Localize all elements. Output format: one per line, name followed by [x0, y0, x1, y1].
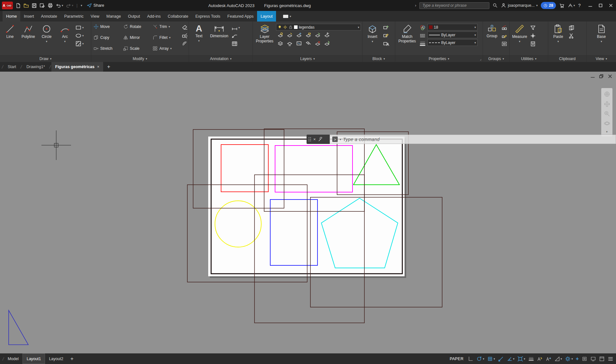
- drawing-area[interactable]: ▾ × > ▾ Type a command: [0, 72, 616, 353]
- base-button[interactable]: Base ▾: [593, 22, 610, 55]
- linear-dimension-button[interactable]: ▾: [231, 24, 241, 31]
- ribbon-tab-layout[interactable]: Layout: [257, 11, 276, 22]
- ribbon-tab-manage[interactable]: Manage: [103, 11, 124, 22]
- file-tab-start[interactable]: Start: [4, 62, 20, 72]
- ribbon-tab-featured-apps[interactable]: Featured Apps: [224, 11, 257, 22]
- layer-isolate-button[interactable]: [286, 32, 293, 39]
- search-input[interactable]: [419, 2, 489, 9]
- object-isolate-toggle[interactable]: [582, 356, 587, 362]
- file-tab-drawing1[interactable]: Drawing1*: [22, 62, 49, 72]
- erase-button[interactable]: [181, 24, 189, 31]
- command-customize-wrench-icon[interactable]: [318, 137, 323, 142]
- panel-label-properties[interactable]: Properties▾⌟: [395, 55, 483, 62]
- object-color-dropdown[interactable]: 18 ▾: [427, 24, 478, 31]
- ribbon-tab-express-tools[interactable]: Express Tools: [192, 11, 224, 22]
- annotation-scale-toggle[interactable]: ▾: [554, 356, 562, 362]
- layer-merge-button[interactable]: [305, 40, 312, 47]
- block-attributes-button[interactable]: [382, 40, 390, 47]
- graphics-performance-toggle[interactable]: [590, 356, 596, 362]
- doc-close-button[interactable]: [608, 74, 612, 78]
- panel-label-draw[interactable]: Draw▾: [0, 55, 91, 62]
- panel-label-view[interactable]: View▾: [587, 55, 616, 62]
- linetype-dropdown[interactable]: ByLayer ▾: [427, 39, 478, 46]
- recent-commands-dropdown[interactable]: ▾: [340, 138, 341, 141]
- rotate-button[interactable]: Rotate: [122, 22, 150, 31]
- save-button[interactable]: [31, 3, 37, 8]
- cut-clip-button[interactable]: [568, 32, 575, 39]
- leader-button[interactable]: [231, 32, 241, 39]
- command-input[interactable]: > ▾ Type a command: [330, 135, 616, 144]
- snap-toggle[interactable]: ▾: [487, 356, 495, 362]
- new-drawing-tab-button[interactable]: +: [104, 64, 113, 70]
- panel-label-utilities[interactable]: Utilities▾: [510, 55, 548, 62]
- quick-calc-button[interactable]: [529, 40, 537, 47]
- layer-current-button[interactable]: [323, 40, 331, 47]
- open-file-button[interactable]: [23, 3, 29, 8]
- qat-customize-dropdown[interactable]: ▾: [81, 4, 82, 7]
- window-maximize-button[interactable]: [599, 4, 603, 7]
- user-account-button[interactable]: joaopmarque... ▾: [501, 3, 538, 8]
- layer-dropdown[interactable]: legendas ▾: [276, 24, 361, 31]
- offset-button[interactable]: [181, 40, 189, 47]
- ellipse-tool-button[interactable]: ▾: [75, 32, 85, 39]
- arc-button[interactable]: Arc ▾: [56, 22, 74, 55]
- polyline-button[interactable]: Polyline: [20, 22, 37, 55]
- circle-flyout[interactable]: ▾: [46, 40, 48, 43]
- scale-button[interactable]: Scale: [122, 44, 150, 53]
- isodraft-toggle[interactable]: ▾: [476, 356, 484, 362]
- layer-dropdown-arrow[interactable]: ▾: [358, 26, 359, 29]
- mirror-button[interactable]: Mirror: [122, 33, 150, 42]
- group-button[interactable]: Group: [484, 22, 500, 55]
- redo-button[interactable]: ▾: [66, 3, 74, 8]
- text-button[interactable]: A Text ▾: [190, 22, 208, 55]
- paste-button[interactable]: Paste ▾: [549, 22, 567, 55]
- save-as-button[interactable]: [40, 3, 45, 8]
- circle-button[interactable]: Circle ▾: [38, 22, 55, 55]
- panel-label-layers[interactable]: Layers▾: [253, 55, 362, 62]
- new-layout-button[interactable]: +: [67, 356, 77, 362]
- zoom-extents-button[interactable]: [604, 111, 610, 117]
- explode-button[interactable]: [181, 32, 189, 39]
- new-file-button[interactable]: [15, 3, 21, 8]
- ribbon-display-toggle[interactable]: ▾: [281, 11, 294, 22]
- command-close-button[interactable]: ×: [313, 137, 316, 142]
- search-icon[interactable]: [493, 3, 498, 8]
- layer-match-button[interactable]: [314, 32, 321, 39]
- autodesk-app-button[interactable]: ▾: [568, 3, 575, 8]
- table-button[interactable]: [231, 40, 241, 47]
- undo-button[interactable]: ▾: [56, 3, 63, 8]
- share-button[interactable]: Share: [87, 3, 104, 8]
- layer-delete-button[interactable]: [314, 40, 321, 47]
- ribbon-tab-view[interactable]: View: [87, 11, 103, 22]
- layout2-tab[interactable]: Layout2: [45, 353, 67, 364]
- lineweight-toggle[interactable]: [528, 356, 534, 362]
- quick-select-button[interactable]: [529, 24, 537, 31]
- ribbon-tab-collaborate[interactable]: Collaborate: [164, 11, 192, 22]
- measure-button[interactable]: Measure ▾: [511, 22, 528, 55]
- match-properties-button[interactable]: Match Properties: [397, 22, 418, 55]
- ribbon-tab-insert[interactable]: Insert: [20, 11, 37, 22]
- group-edit-button[interactable]: [501, 32, 508, 39]
- paper-space-button[interactable]: PAPER: [450, 357, 464, 361]
- undo-dropdown[interactable]: ▾: [62, 4, 63, 7]
- plot-button[interactable]: [48, 3, 53, 8]
- layer-freeze-button[interactable]: [295, 32, 303, 39]
- window-close-button[interactable]: [609, 4, 613, 7]
- help-button[interactable]: ?: [578, 3, 581, 8]
- window-minimize-button[interactable]: [588, 4, 592, 7]
- full-navigation-wheel-button[interactable]: [604, 91, 610, 97]
- layer-state-button[interactable]: [277, 40, 284, 47]
- properties-dialog-launcher[interactable]: ⌟: [480, 57, 481, 61]
- layer-walk-button[interactable]: [286, 40, 293, 47]
- color-wheel-button[interactable]: [419, 24, 426, 31]
- ribbon-tab-parametric[interactable]: Parametric: [61, 11, 87, 22]
- model-tab[interactable]: Model: [4, 353, 22, 364]
- panel-label-modify[interactable]: Modify▾: [91, 55, 189, 62]
- clean-screen-toggle[interactable]: [599, 356, 605, 362]
- layer-vp-freeze-button[interactable]: [295, 40, 303, 47]
- expand-chevron-icon[interactable]: ›: [415, 3, 416, 8]
- panel-label-clipboard[interactable]: Clipboard: [548, 55, 586, 62]
- ribbon-tab-annotate[interactable]: Annotate: [38, 11, 61, 22]
- ribbon-tab-add-ins[interactable]: Add-ins: [144, 11, 164, 22]
- cart-icon[interactable]: [559, 3, 565, 8]
